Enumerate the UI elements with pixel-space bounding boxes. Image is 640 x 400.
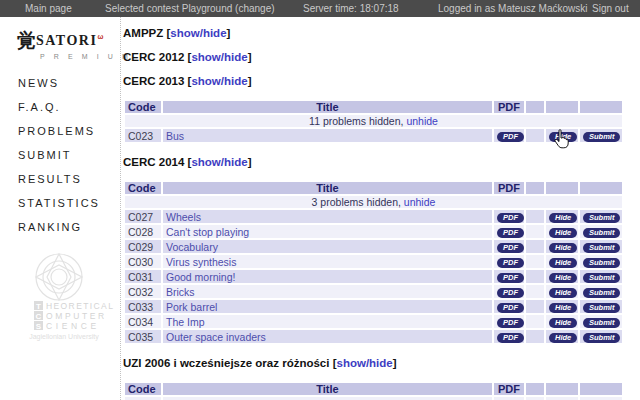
title-header: Title bbox=[163, 383, 492, 395]
pdf-button[interactable]: PDF bbox=[497, 258, 524, 268]
svg-text:OMPUTER: OMPUTER bbox=[46, 311, 107, 321]
table-row: C027 Wheels PDF Hide Submit bbox=[125, 210, 622, 223]
pdf-header: PDF bbox=[494, 101, 524, 113]
main-page-link[interactable]: Main page bbox=[25, 0, 72, 17]
contest-heading-cerc2013: CERC 2013 [show/hide] bbox=[123, 76, 640, 87]
spacer-cell bbox=[526, 255, 544, 268]
sidebar-item-faq[interactable]: F.A.Q. bbox=[18, 101, 100, 125]
problem-title-link[interactable]: Good morning! bbox=[166, 271, 235, 283]
pdf-button[interactable]: PDF bbox=[497, 288, 524, 298]
empty-header bbox=[546, 383, 578, 395]
submit-button[interactable]: Submit bbox=[583, 213, 620, 223]
top-bar: Main page Selected contest Playground (c… bbox=[0, 0, 640, 17]
hide-button[interactable]: Hide bbox=[549, 258, 577, 268]
pdf-button[interactable]: PDF bbox=[497, 333, 524, 343]
sidebar-item-results[interactable]: RESULTS bbox=[18, 173, 100, 197]
selected-contest-link[interactable]: Selected contest Playground (change) bbox=[105, 0, 275, 17]
sign-out-link[interactable]: Sign out bbox=[592, 0, 629, 17]
pdf-header: PDF bbox=[494, 182, 524, 194]
problem-title-link[interactable]: Wheels bbox=[166, 211, 201, 223]
pdf-button[interactable]: PDF bbox=[497, 243, 524, 253]
problem-code: C035 bbox=[125, 330, 161, 343]
table-row: C034 The Imp PDF Hide Submit bbox=[125, 315, 622, 328]
title-header: Title bbox=[163, 101, 492, 113]
hide-button[interactable]: Hide bbox=[549, 228, 577, 238]
contest-heading-cerc2014: CERC 2014 [show/hide] bbox=[123, 157, 640, 168]
hidden-problems-row: 11 problems hidden, unhide bbox=[125, 115, 622, 127]
submit-button[interactable]: Submit bbox=[583, 288, 620, 298]
table-header-row: Code Title PDF bbox=[125, 101, 622, 113]
problem-title-link[interactable]: Virus synthesis bbox=[166, 256, 236, 268]
hide-button[interactable]: Hide bbox=[549, 303, 577, 313]
problem-title-link[interactable]: Vocabulary bbox=[166, 241, 218, 253]
hidden-count-text: 3 problems hidden, bbox=[312, 196, 401, 208]
submit-button[interactable]: Submit bbox=[583, 303, 620, 313]
hide-button[interactable]: Hide bbox=[549, 213, 577, 223]
submit-button[interactable]: Submit bbox=[583, 333, 620, 343]
hide-button[interactable]: Hide bbox=[549, 318, 577, 328]
problem-code: C028 bbox=[125, 225, 161, 238]
empty-header bbox=[526, 182, 544, 194]
submit-button[interactable]: Submit bbox=[583, 258, 620, 268]
hide-button[interactable]: Hide bbox=[549, 132, 577, 142]
pdf-button[interactable]: PDF bbox=[497, 132, 524, 142]
unhide-link[interactable]: unhide bbox=[406, 115, 438, 127]
show-hide-link[interactable]: show/hide bbox=[191, 75, 247, 87]
show-hide-link[interactable]: show/hide bbox=[191, 156, 247, 168]
table-row: C033 Pork barrel PDF Hide Submit bbox=[125, 300, 622, 313]
sidebar-item-problems[interactable]: PROBLEMS bbox=[18, 125, 100, 149]
unhide-link[interactable]: unhide bbox=[404, 196, 436, 208]
hide-button[interactable]: Hide bbox=[549, 243, 577, 253]
svg-text:HEORETICAL: HEORETICAL bbox=[46, 301, 114, 311]
pdf-button[interactable]: PDF bbox=[497, 228, 524, 238]
empty-header bbox=[546, 101, 578, 113]
table-row: C032 Bricks PDF Hide Submit bbox=[125, 285, 622, 298]
hide-button[interactable]: Hide bbox=[549, 273, 577, 283]
spacer-cell bbox=[526, 129, 544, 142]
spacer-cell bbox=[526, 315, 544, 328]
code-header: Code bbox=[125, 383, 161, 395]
code-header: Code bbox=[125, 182, 161, 194]
logged-in-user: Logged in as Mateusz Maćkowski bbox=[438, 0, 588, 17]
problem-code: C034 bbox=[125, 315, 161, 328]
show-hide-link[interactable]: show/hide bbox=[170, 27, 226, 39]
sidebar-item-ranking[interactable]: RANKING bbox=[18, 221, 100, 245]
satori-brand-text: SATORI bbox=[36, 33, 97, 48]
svg-text:Jagiellonian University: Jagiellonian University bbox=[29, 333, 99, 341]
submit-button[interactable]: Submit bbox=[583, 273, 620, 283]
problem-title-link[interactable]: Pork barrel bbox=[166, 301, 217, 313]
show-hide-link[interactable]: show/hide bbox=[191, 51, 247, 63]
sidebar-item-submit[interactable]: SUBMIT bbox=[18, 149, 100, 173]
problem-title-link[interactable]: The Imp bbox=[166, 316, 205, 328]
empty-header bbox=[580, 182, 622, 194]
problem-code: C031 bbox=[125, 270, 161, 283]
pdf-button[interactable]: PDF bbox=[497, 213, 524, 223]
sidebar-item-statistics[interactable]: STATISTICS bbox=[18, 197, 100, 221]
submit-button[interactable]: Submit bbox=[583, 243, 620, 253]
submit-button[interactable]: Submit bbox=[583, 132, 620, 142]
contest-heading-amppz: AMPPZ [show/hide] bbox=[123, 28, 640, 39]
table-header-row: Code Title PDF bbox=[125, 383, 622, 395]
submit-button[interactable]: Submit bbox=[583, 228, 620, 238]
sidebar-nav: NEWS F.A.Q. PROBLEMS SUBMIT RESULTS STAT… bbox=[18, 77, 100, 245]
pdf-button[interactable]: PDF bbox=[497, 273, 524, 283]
submit-button[interactable]: Submit bbox=[583, 318, 620, 328]
satori-logo[interactable]: 覚SATORIω P R E M I U M bbox=[17, 28, 131, 60]
pdf-button[interactable]: PDF bbox=[497, 318, 524, 328]
problem-title-link[interactable]: Outer space invaders bbox=[166, 331, 266, 343]
sidebar-item-news[interactable]: NEWS bbox=[18, 77, 100, 101]
problem-title-link[interactable]: Bricks bbox=[166, 286, 195, 298]
empty-header bbox=[526, 101, 544, 113]
empty-header bbox=[526, 383, 544, 395]
spacer-cell bbox=[526, 225, 544, 238]
show-hide-link[interactable]: show/hide bbox=[337, 357, 393, 369]
pdf-button[interactable]: PDF bbox=[497, 303, 524, 313]
hide-button[interactable]: Hide bbox=[549, 333, 577, 343]
hide-button[interactable]: Hide bbox=[549, 288, 577, 298]
problem-title-link[interactable]: Bus bbox=[166, 130, 184, 142]
problem-title-link[interactable]: Can't stop playing bbox=[166, 226, 249, 238]
table-row: C029 Vocabulary PDF Hide Submit bbox=[125, 240, 622, 253]
table-header-row: Code Title PDF bbox=[125, 182, 622, 194]
spacer-cell bbox=[526, 270, 544, 283]
problem-code: C029 bbox=[125, 240, 161, 253]
